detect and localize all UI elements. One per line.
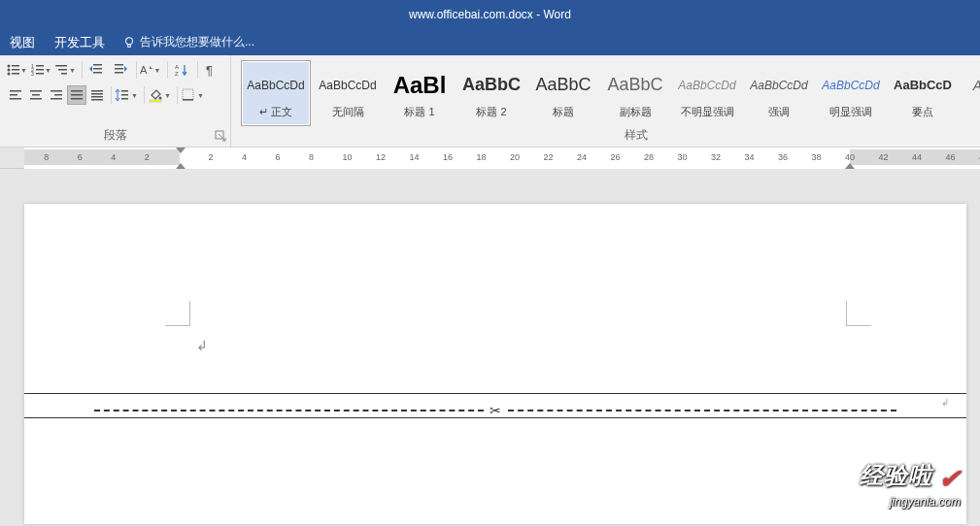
numbering-button[interactable]: 123▼ xyxy=(30,59,53,81)
svg-rect-38 xyxy=(71,98,83,100)
bullets-button[interactable]: ▼ xyxy=(6,59,29,81)
ruler-tick: 10 xyxy=(343,152,353,162)
tab-view[interactable]: 视图 xyxy=(0,30,45,55)
style-item[interactable]: AaBbCcDd无间隔 xyxy=(313,60,383,126)
style-item[interactable]: AaBbCcDd↵ 正文 xyxy=(241,60,311,126)
svg-rect-33 xyxy=(51,90,62,92)
ruler-tick: 22 xyxy=(544,152,554,162)
ruler-tick: 2 xyxy=(145,152,150,162)
style-item[interactable]: AaBbC引用 xyxy=(960,60,980,126)
paragraph-dialog-launcher[interactable] xyxy=(215,130,227,143)
align-right-button[interactable] xyxy=(47,85,66,105)
ruler-tick: 32 xyxy=(711,152,721,162)
style-preview: AaBbCcDd xyxy=(750,68,807,103)
svg-rect-11 xyxy=(36,69,44,71)
document-area[interactable]: ↲ ✂ ↲ 经验啦✔ jingyanla.com xyxy=(0,169,980,526)
svg-rect-19 xyxy=(93,72,102,74)
margin-corner-tr xyxy=(846,301,871,326)
align-center-button[interactable] xyxy=(26,85,46,105)
style-item[interactable]: AaBbCcDd明显强调 xyxy=(816,60,886,126)
ribbon: ▼ 123▼ ▼ A▼ AZ ¶ ▼ ▼ ▼ 段落 xyxy=(0,55,980,148)
watermark-main: 经验啦 xyxy=(860,462,932,488)
separator xyxy=(177,86,178,104)
cut-line: ✂ xyxy=(53,403,937,418)
horizontal-ruler[interactable]: 8642246810121416182022242628303234363840… xyxy=(0,148,980,169)
line-spacing-button[interactable]: ▼ xyxy=(115,84,140,106)
style-preview: AaBbC xyxy=(973,68,980,103)
svg-rect-31 xyxy=(32,94,40,96)
ruler-tick: 34 xyxy=(745,152,755,162)
decrease-indent-button[interactable] xyxy=(84,59,108,81)
numbering-icon: 123 xyxy=(30,62,44,78)
svg-rect-37 xyxy=(71,94,83,96)
styles-group-label: 样式 xyxy=(231,127,980,144)
outdent-icon xyxy=(88,62,104,78)
title-bar: www.officebai.com.docx - Word xyxy=(0,0,980,29)
show-marks-button[interactable]: ¶ xyxy=(200,59,223,81)
separator xyxy=(144,86,145,104)
align-left-button[interactable] xyxy=(6,85,25,105)
style-name: 明显强调 xyxy=(829,105,872,119)
shading-button[interactable]: ▼ xyxy=(148,84,173,106)
ruler-tick: 44 xyxy=(912,152,922,162)
svg-rect-44 xyxy=(121,94,128,96)
paragraph-group-label: 段落 xyxy=(0,127,230,144)
align-right-icon xyxy=(50,88,63,102)
svg-rect-30 xyxy=(30,90,42,92)
svg-rect-1 xyxy=(128,44,131,47)
pilcrow-icon: ¶ xyxy=(205,63,219,77)
svg-rect-29 xyxy=(10,98,21,100)
style-item[interactable]: AaBl标题 1 xyxy=(385,60,455,126)
ruler-tick: 18 xyxy=(477,152,487,162)
text-direction-icon: A xyxy=(140,63,153,77)
first-line-indent-marker[interactable] xyxy=(176,148,186,153)
align-justify-button[interactable] xyxy=(67,85,86,105)
style-item[interactable]: AaBbCcDd强调 xyxy=(744,60,814,126)
ruler-tick: 14 xyxy=(410,152,420,162)
style-item[interactable]: AaBbCcD要点 xyxy=(888,60,958,126)
ruler-tick: 40 xyxy=(845,152,855,162)
tell-me-search[interactable]: 告诉我您想要做什么... xyxy=(122,34,254,50)
svg-rect-49 xyxy=(183,99,193,101)
styles-gallery[interactable]: AaBbCcDd↵ 正文AaBbCcDd无间隔AaBl标题 1AaBbC标题 2… xyxy=(237,58,980,128)
ruler-tick: 26 xyxy=(611,152,621,162)
text-direction-button[interactable]: A▼ xyxy=(140,59,163,81)
style-preview: AaBbC xyxy=(462,68,521,103)
tab-developer[interactable]: 开发工具 xyxy=(45,30,115,55)
svg-rect-3 xyxy=(12,65,19,67)
style-preview: AaBbCcDd xyxy=(678,68,735,103)
watermark: 经验啦✔ jingyanla.com xyxy=(860,460,961,509)
svg-rect-9 xyxy=(36,65,44,67)
ruler-tick: 30 xyxy=(678,152,688,162)
style-name: 无间隔 xyxy=(332,105,364,119)
sort-button[interactable]: AZ xyxy=(170,59,193,81)
borders-button[interactable]: ▼ xyxy=(181,84,206,106)
style-item[interactable]: AaBbC副标题 xyxy=(600,60,670,126)
style-item[interactable]: AaBbC标题 2 xyxy=(456,60,526,126)
style-item[interactable]: AaBbCcDd不明显强调 xyxy=(672,60,742,126)
style-name: 标题 xyxy=(553,105,574,119)
svg-rect-17 xyxy=(93,64,102,66)
style-name: ↵ 正文 xyxy=(259,105,292,119)
svg-rect-27 xyxy=(10,90,21,92)
ruler-tick: 20 xyxy=(510,152,520,162)
align-distributed-button[interactable] xyxy=(87,85,107,105)
style-item[interactable]: AaBbC标题 xyxy=(528,60,598,126)
tell-me-placeholder: 告诉我您想要做什么... xyxy=(140,34,254,50)
ruler-tick: 36 xyxy=(778,152,788,162)
svg-text:A: A xyxy=(140,64,148,76)
ruler-tick: 16 xyxy=(443,152,453,162)
paint-bucket-icon xyxy=(148,87,163,103)
multilevel-list-button[interactable]: ▼ xyxy=(54,59,78,81)
increase-indent-button[interactable] xyxy=(109,59,132,81)
svg-rect-13 xyxy=(36,73,44,75)
ruler-tick: 8 xyxy=(309,152,314,162)
svg-rect-16 xyxy=(61,73,67,75)
svg-text:3: 3 xyxy=(31,71,34,77)
ruler-tick: 12 xyxy=(376,152,386,162)
svg-point-4 xyxy=(8,69,11,72)
style-name: 不明显强调 xyxy=(681,105,734,119)
svg-point-0 xyxy=(126,37,133,44)
ruler-tick: 8 xyxy=(44,152,49,162)
group-paragraph: ▼ 123▼ ▼ A▼ AZ ¶ ▼ ▼ ▼ 段落 xyxy=(0,55,231,147)
